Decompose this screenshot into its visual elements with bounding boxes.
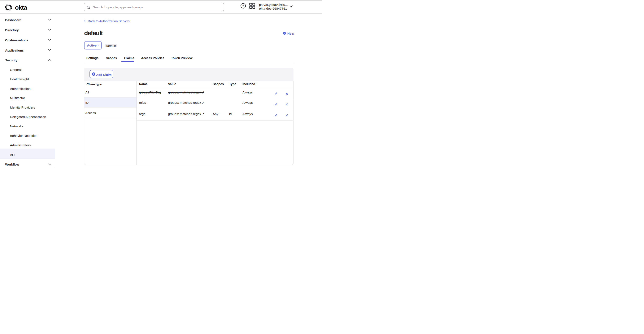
svg-text:?: ? (284, 32, 285, 34)
svg-text:?: ? (242, 4, 244, 7)
